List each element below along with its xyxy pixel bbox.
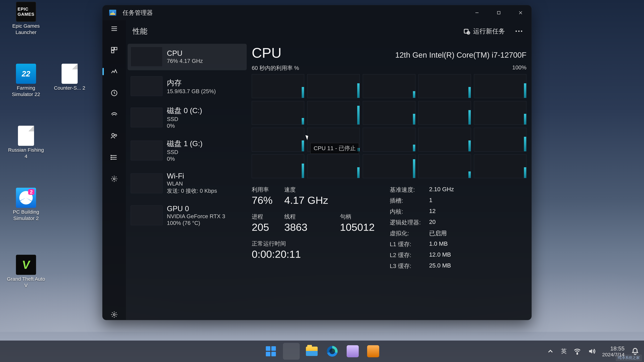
desktop-icon-label: Russian Fishing 4 [7,147,45,159]
more-options-button[interactable] [513,25,525,37]
spec-key: 插槽: [390,197,421,205]
sidebar-item-detail2: 100% (76 °C) [167,220,225,226]
nav-services[interactable] [109,173,120,184]
run-task-icon [464,28,470,34]
spec-key: L3 缓存: [390,262,421,270]
svg-rect-0 [498,11,500,14]
wifi-icon[interactable] [574,348,581,355]
sidebar-item-title: 磁盘 0 (C:) [167,106,202,116]
svg-point-14 [577,353,578,354]
stat-value: 4.17 GHz [284,194,328,206]
memory-thumbnail [131,76,162,96]
nav-performance[interactable] [109,66,120,77]
farming-sim-icon: 22 [16,64,36,84]
maximize-button[interactable] [488,5,510,20]
cpu-core-cell [307,155,360,178]
desktop-icon-label: PC Building Simulator 2 [7,209,45,221]
run-new-task-label: 运行新任务 [473,27,505,35]
sidebar-item-gpu-0[interactable]: GPU 0 NVIDIA GeForce RTX 3 100% (76 °C) [128,201,247,230]
watermark: 纯净系统之家 [616,355,642,361]
cpu-core-cell [363,128,415,151]
start-button[interactable] [262,343,279,360]
nav-users[interactable] [109,131,120,141]
sidebar-item-disk-0[interactable]: 磁盘 0 (C:) SSD 0% [128,103,247,133]
chart-right-label: 100% [512,64,526,72]
nav-startup[interactable] [109,109,120,120]
content-header: 性能 运行新任务 [126,20,532,42]
cpu-core-cell [474,128,526,151]
stat-label: 利用率 [252,186,272,194]
sidebar-item-detail2: 0% [167,123,202,129]
cpu-live-stats: 利用率76% 速度4.17 GHz 进程205 线程3863 句柄105012 … [252,186,375,270]
pc-building-sim-icon: 2 [16,188,36,208]
stat-label: 进程 [252,213,272,221]
nav-app-history[interactable] [109,88,120,98]
sidebar-item-title: GPU 0 [167,204,225,213]
svg-point-11 [113,314,115,316]
spec-value: 1 [429,197,454,205]
file-icon [18,126,34,146]
svg-point-9 [111,159,112,160]
spec-key: 逻辑处理器: [390,219,421,226]
minimize-button[interactable] [466,5,488,20]
nav-settings[interactable] [109,309,120,320]
cpu-cores-grid[interactable]: CPU 11 - 已停止 [252,74,526,178]
app-icon [347,345,359,357]
task-manager-icon [286,347,296,355]
stat-label: 正常运行时间 [252,240,375,248]
performance-sidebar: CPU 76% 4.17 GHz 内存 15.9/63.7 GB (25%) [128,44,247,315]
cpu-core-cell [418,155,471,178]
nav-details[interactable] [109,152,120,163]
spec-value: 已启用 [429,229,454,237]
cpu-core-cell [418,74,471,98]
nav-processes[interactable] [109,45,120,55]
desktop-icon-label: Farming Simulator 22 [7,85,45,97]
taskbar-app-task-manager[interactable] [283,343,300,360]
taskbar-app-file-explorer[interactable] [304,343,320,360]
desktop-icon-epic-games[interactable]: EPICGAMES Epic Games Launcher [7,2,45,35]
desktop-icon-gta-v[interactable]: V Grand Theft Auto V [7,255,45,289]
stat-label: 速度 [284,186,328,194]
cpu-core-cell [252,155,304,178]
svg-point-5 [112,133,114,136]
sidebar-item-wifi[interactable]: Wi-Fi WLAN 发送: 0 接收: 0 Kbps [128,169,247,198]
wifi-thumbnail [131,173,162,193]
desktop-icon-farming-sim[interactable]: 22 Farming Simulator 22 [7,64,45,97]
task-manager-window: 任务管理器 性能 运行新任务 [102,5,532,320]
sidebar-item-memory[interactable]: 内存 15.9/63.7 GB (25%) [128,73,247,100]
spec-key: 基准速度: [390,186,421,194]
tray-overflow-chevron-icon[interactable] [546,348,554,355]
taskbar-app-edge[interactable] [324,343,340,360]
ime-indicator[interactable]: 英 [561,348,567,355]
run-new-task-button[interactable]: 运行新任务 [460,25,508,37]
cpu-core-cell [363,155,415,178]
gta-v-icon: V [16,255,36,275]
spec-value: 12.0 MB [429,251,454,259]
cpu-model: 12th Gen Intel(R) Core(TM) i7-12700F [395,50,526,59]
disk-thumbnail [131,141,162,160]
taskbar-app-generic-1[interactable] [344,343,361,360]
app-icon [367,345,379,357]
desktop-icon-pc-building-sim[interactable]: 2 PC Building Simulator 2 [7,188,45,221]
sidebar-item-cpu[interactable]: CPU 76% 4.17 GHz [128,44,247,70]
sidebar-item-disk-1[interactable]: 磁盘 1 (G:) SSD 0% [128,136,247,166]
cpu-core-cell [307,74,360,98]
hamburger-menu-button[interactable] [109,23,120,34]
cpu-core-cell [252,74,304,98]
desktop-icon-russian-fishing[interactable]: Russian Fishing 4 [7,126,45,159]
spec-key: 虚拟化: [390,229,421,237]
close-button[interactable] [510,5,532,20]
sidebar-item-title: Wi-Fi [167,172,217,180]
nav-rail [102,20,126,320]
file-icon [62,64,78,84]
notifications-icon[interactable] [631,348,639,355]
volume-icon[interactable] [588,348,596,355]
cpu-core-cell [363,74,415,98]
desktop-icon-counter-strike[interactable]: Counter-S... 2 [50,64,89,91]
clock-time: 18:55 [602,345,624,352]
cpu-core-cell [418,128,471,151]
spec-value: 25.0 MB [429,262,454,270]
titlebar[interactable]: 任务管理器 [102,5,532,20]
taskbar-app-generic-2[interactable] [365,343,382,360]
section-title: 性能 [133,26,148,36]
